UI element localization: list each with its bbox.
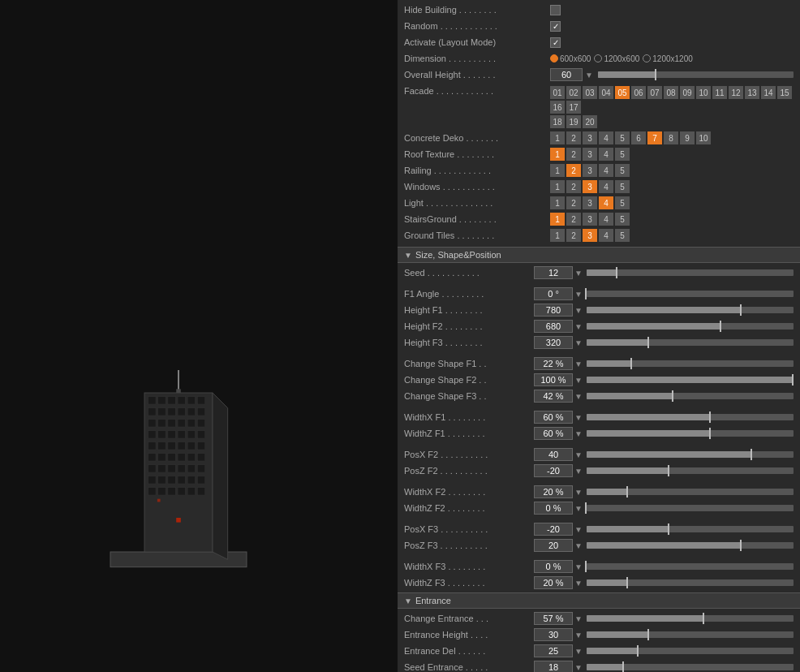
li-btn-5[interactable]: 5 — [615, 196, 630, 209]
posx-f3-input[interactable] — [534, 523, 573, 536]
change-shape-f1-slider[interactable] — [587, 360, 794, 367]
facade-btn-19[interactable]: 19 — [566, 115, 581, 128]
sg-btn-1[interactable]: 1 — [550, 213, 565, 226]
seed-entrance-slider[interactable] — [587, 664, 794, 670]
facade-btn-6[interactable]: 06 — [631, 86, 646, 99]
rt-btn-3[interactable]: 3 — [583, 148, 597, 161]
facade-btn-7[interactable]: 07 — [647, 86, 662, 99]
height-f1-slider[interactable] — [587, 307, 794, 313]
dim-600x600-radio[interactable] — [550, 54, 558, 62]
sg-btn-5[interactable]: 5 — [615, 213, 630, 226]
dim-1200x1200[interactable]: 1200x1200 — [643, 54, 693, 63]
widthx-f1-slider[interactable] — [587, 414, 794, 420]
widthx-f3-slider[interactable] — [587, 563, 794, 570]
facade-btn-9[interactable]: 09 — [680, 86, 695, 99]
li-btn-4[interactable]: 4 — [599, 196, 613, 209]
facade-btn-4[interactable]: 04 — [599, 86, 613, 99]
rl-btn-5[interactable]: 5 — [615, 164, 630, 177]
li-btn-1[interactable]: 1 — [550, 196, 565, 209]
win-btn-4[interactable]: 4 — [599, 180, 613, 193]
change-shape-f3-input[interactable] — [534, 390, 573, 403]
posx-f2-slider[interactable] — [587, 451, 794, 458]
change-entrance-input[interactable] — [534, 612, 573, 625]
dim-600x600[interactable]: 600x600 — [550, 54, 591, 63]
facade-btn-17[interactable]: 17 — [566, 101, 581, 114]
f1-angle-slider[interactable] — [587, 291, 794, 297]
posz-f3-input[interactable] — [534, 539, 573, 552]
change-shape-f1-input[interactable] — [534, 357, 573, 370]
rl-btn-4[interactable]: 4 — [599, 164, 613, 177]
entrance-height-input[interactable] — [534, 628, 573, 641]
cd-btn-9[interactable]: 9 — [680, 131, 695, 144]
facade-btn-16[interactable]: 16 — [550, 101, 565, 114]
facade-btn-13[interactable]: 13 — [745, 86, 759, 99]
height-f2-slider[interactable] — [587, 323, 794, 330]
dim-1200x1200-radio[interactable] — [643, 54, 651, 62]
sg-btn-3[interactable]: 3 — [583, 213, 597, 226]
rt-btn-4[interactable]: 4 — [599, 148, 613, 161]
height-f1-input[interactable] — [534, 304, 573, 317]
facade-btn-15[interactable]: 15 — [777, 86, 792, 99]
facade-btn-18[interactable]: 18 — [550, 115, 565, 128]
entrance-height-slider[interactable] — [587, 631, 794, 638]
rl-btn-3[interactable]: 3 — [583, 164, 597, 177]
seed-entrance-input[interactable] — [534, 661, 573, 672]
rt-btn-2[interactable]: 2 — [566, 148, 581, 161]
posz-f2-slider[interactable] — [587, 467, 794, 474]
height-f3-slider[interactable] — [587, 339, 794, 346]
overall-height-slider[interactable] — [598, 71, 794, 78]
f1-angle-input[interactable] — [534, 287, 573, 300]
height-f3-input[interactable] — [534, 336, 573, 349]
sg-btn-2[interactable]: 2 — [566, 213, 581, 226]
facade-btn-8[interactable]: 08 — [664, 86, 678, 99]
random-checkbox[interactable]: ✓ — [550, 21, 561, 32]
li-btn-2[interactable]: 2 — [566, 196, 581, 209]
posx-f3-slider[interactable] — [587, 526, 794, 532]
change-shape-f2-slider[interactable] — [587, 377, 794, 383]
gt-btn-2[interactable]: 2 — [566, 229, 581, 242]
widthx-f2-input[interactable] — [534, 485, 573, 498]
entrance-del-slider[interactable] — [587, 648, 794, 654]
facade-btn-1[interactable]: 01 — [550, 86, 565, 99]
cd-btn-1[interactable]: 1 — [550, 131, 565, 144]
rl-btn-2[interactable]: 2 — [566, 164, 581, 177]
gt-btn-3[interactable]: 3 — [583, 229, 597, 242]
dim-1200x600[interactable]: 1200x600 — [594, 54, 639, 63]
entrance-del-input[interactable] — [534, 644, 573, 657]
rt-btn-5[interactable]: 5 — [615, 148, 630, 161]
posz-f3-slider[interactable] — [587, 542, 794, 549]
facade-btn-3[interactable]: 03 — [583, 86, 597, 99]
cd-btn-4[interactable]: 4 — [599, 131, 613, 144]
cd-btn-2[interactable]: 2 — [566, 131, 581, 144]
rt-btn-1[interactable]: 1 — [550, 148, 565, 161]
cd-btn-3[interactable]: 3 — [583, 131, 597, 144]
widthz-f3-slider[interactable] — [587, 579, 794, 586]
sg-btn-4[interactable]: 4 — [599, 213, 613, 226]
facade-btn-14[interactable]: 14 — [761, 86, 776, 99]
widthx-f2-slider[interactable] — [587, 489, 794, 495]
gt-btn-4[interactable]: 4 — [599, 229, 613, 242]
facade-btn-5[interactable]: 05 — [615, 86, 630, 99]
rl-btn-1[interactable]: 1 — [550, 164, 565, 177]
size-shape-section-header[interactable]: ▼ Size, Shape&Position — [398, 247, 800, 263]
facade-btn-20[interactable]: 20 — [583, 115, 597, 128]
gt-btn-5[interactable]: 5 — [615, 229, 630, 242]
facade-btn-11[interactable]: 11 — [712, 86, 727, 99]
entrance-section-header[interactable]: ▼ Entrance — [398, 592, 800, 609]
widthz-f1-slider[interactable] — [587, 430, 794, 437]
gt-btn-1[interactable]: 1 — [550, 229, 565, 242]
hide-building-checkbox[interactable] — [550, 5, 561, 15]
seed-slider[interactable] — [587, 269, 794, 276]
dim-1200x600-radio[interactable] — [594, 54, 602, 62]
seed-input[interactable] — [534, 266, 573, 279]
widthz-f2-slider[interactable] — [587, 505, 794, 511]
activate-layout-checkbox[interactable]: ✓ — [550, 37, 561, 48]
change-shape-f3-slider[interactable] — [587, 393, 794, 399]
posx-f2-input[interactable] — [534, 448, 573, 461]
win-btn-2[interactable]: 2 — [566, 180, 581, 193]
cd-btn-5[interactable]: 5 — [615, 131, 630, 144]
widthz-f3-input[interactable] — [534, 576, 573, 589]
widthx-f3-input[interactable] — [534, 560, 573, 573]
cd-btn-10[interactable]: 10 — [696, 131, 711, 144]
li-btn-3[interactable]: 3 — [583, 196, 597, 209]
